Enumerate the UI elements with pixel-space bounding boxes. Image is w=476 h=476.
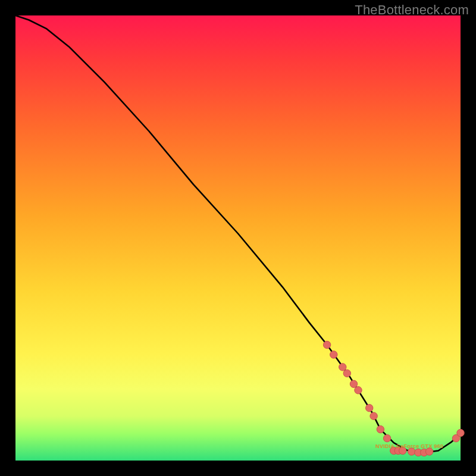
chart-stage: TheBottleneck.com NVIDIA GeForce GTX 960	[0, 0, 476, 476]
marker-dots	[323, 341, 464, 456]
curve-line	[15, 15, 461, 453]
marker-dot	[330, 351, 337, 358]
marker-dot	[343, 369, 350, 377]
marker-dot	[383, 434, 390, 441]
chart-svg: NVIDIA GeForce GTX 960	[15, 15, 461, 461]
chart-plot-area: NVIDIA GeForce GTX 960	[15, 15, 461, 461]
marker-dot	[366, 405, 373, 412]
marker-label: NVIDIA GeForce GTX 960	[375, 443, 443, 449]
marker-dot	[457, 429, 464, 436]
marker-dot	[377, 425, 384, 433]
marker-dot	[350, 380, 357, 387]
marker-dot	[355, 387, 362, 394]
marker-dot	[339, 364, 346, 371]
marker-dot	[323, 341, 330, 348]
svg-text:NVIDIA GeForce GTX 960: NVIDIA GeForce GTX 960	[375, 443, 443, 449]
marker-dot	[370, 412, 377, 419]
